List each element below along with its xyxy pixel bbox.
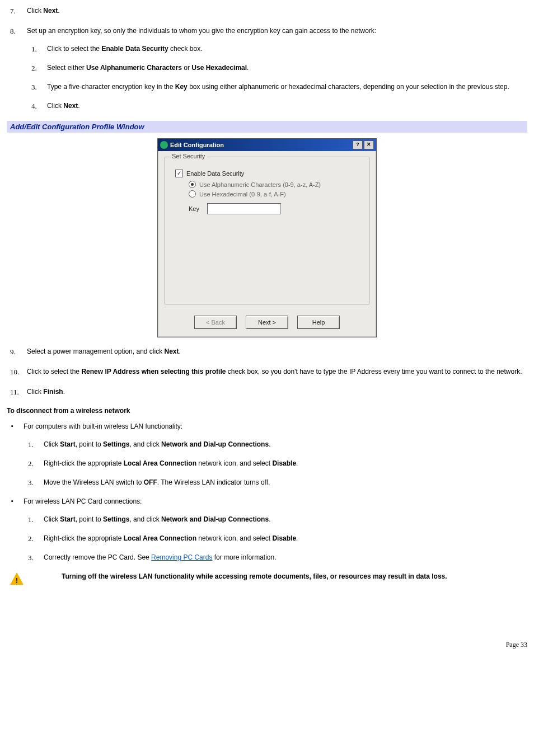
builtin-sub-list: 1. Click Start, point to Settings, and c…: [24, 439, 527, 487]
fieldset-legend: Set Security: [170, 153, 207, 159]
step-7: 7. Click Next.: [7, 6, 527, 16]
security-fieldset: Set Security ✓ Enable Data Security Use …: [165, 157, 369, 304]
radio-icon: [189, 190, 196, 198]
radio-icon: [189, 181, 196, 188]
radio-label: Use Alphanumeric Characters (0-9, a-z, A…: [199, 181, 321, 188]
help-button[interactable]: Help: [297, 316, 340, 329]
step-num: 7.: [10, 6, 16, 17]
step-8: 8. Set up an encryption key, so only the…: [7, 26, 527, 111]
sub-step: 3. Type a five-character encryption key …: [27, 82, 527, 92]
step-10: 10. Click to select the Renew IP Address…: [7, 367, 527, 377]
page-number: Page 33: [7, 641, 527, 649]
step-9: 9. Select a power management option, and…: [7, 346, 527, 356]
sub-step: 1. Click to select the Enable Data Secur…: [27, 44, 527, 54]
main-step-list: 7. Click Next. 8. Set up an encryption k…: [7, 6, 527, 111]
help-icon[interactable]: ?: [353, 140, 363, 149]
pccard-sub-list: 1. Click Start, point to Settings, and c…: [24, 514, 527, 562]
checkbox-icon: ✓: [175, 170, 183, 177]
dialog-screenshot: Edit Configuration ? ✕ Set Security ✓ En…: [7, 138, 527, 337]
bullet-builtin: For computers with built-in wireless LAN…: [7, 421, 527, 487]
step-text: Click Next.: [27, 7, 60, 15]
hexadecimal-radio[interactable]: Use Hexadecimal (0-9, a-f, A-F): [189, 190, 361, 198]
step-11: 11. Click Finish.: [7, 387, 527, 397]
sub-step: 4. Click Next.: [27, 101, 527, 111]
sub-step: 2. Right-click the appropriate Local Are…: [24, 533, 527, 543]
app-icon: [160, 141, 168, 149]
sub-step: 3. Correctly remove the PC Card. See Rem…: [24, 552, 527, 562]
radio-label: Use Hexadecimal (0-9, a-f, A-F): [199, 191, 286, 198]
warning-icon: [10, 572, 24, 585]
dialog-title: Edit Configuration: [170, 142, 224, 148]
bullet-pccard: For wireless LAN PC Card connections: 1.…: [7, 496, 527, 562]
checkbox-label: Enable Data Security: [186, 170, 244, 177]
close-icon[interactable]: ✕: [364, 140, 374, 149]
title-bar: Edit Configuration ? ✕: [158, 139, 376, 151]
warning-text: Turning off the wireless LAN functionali…: [62, 571, 447, 581]
next-button[interactable]: Next >: [246, 316, 288, 329]
removing-pc-cards-link[interactable]: Removing PC Cards: [151, 553, 212, 561]
key-input[interactable]: [207, 203, 281, 214]
key-label: Key: [189, 205, 199, 212]
alphanumeric-radio[interactable]: Use Alphanumeric Characters (0-9, a-z, A…: [189, 181, 361, 188]
sub-step: 2. Select either Use Alphanumeric Charac…: [27, 63, 527, 73]
sub-step: 1. Click Start, point to Settings, and c…: [24, 439, 527, 449]
back-button[interactable]: < Back: [194, 316, 237, 329]
figure-caption: Add/Edit Configuration Profile Window: [7, 121, 527, 133]
main-step-list-cont: 9. Select a power management option, and…: [7, 346, 527, 397]
disconnect-bullet-list: For computers with built-in wireless LAN…: [7, 421, 527, 562]
enable-data-security-checkbox[interactable]: ✓ Enable Data Security: [175, 170, 361, 177]
disconnect-heading: To disconnect from a wireless network: [7, 407, 527, 415]
edit-configuration-dialog: Edit Configuration ? ✕ Set Security ✓ En…: [157, 138, 377, 337]
step-text: Set up an encryption key, so only the in…: [27, 27, 376, 35]
sub-step: 3. Move the Wireless LAN switch to OFF. …: [24, 477, 527, 487]
warning-note: Turning off the wireless LAN functionali…: [7, 571, 527, 585]
step-8-sub-list: 1. Click to select the Enable Data Secur…: [27, 44, 527, 111]
step-num: 8.: [10, 26, 16, 37]
sub-step: 2. Right-click the appropriate Local Are…: [24, 458, 527, 468]
sub-step: 1. Click Start, point to Settings, and c…: [24, 514, 527, 524]
